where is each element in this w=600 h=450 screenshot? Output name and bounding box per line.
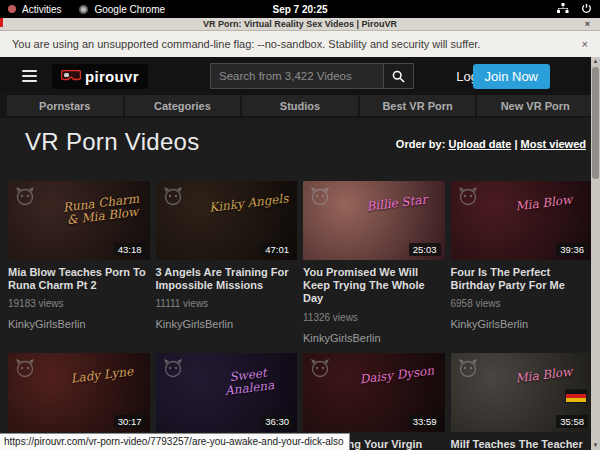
system-clock[interactable]: Sep 7 20:25: [0, 4, 600, 15]
thumbnail-overlay-title: Billie Star: [352, 192, 441, 215]
video-title-link[interactable]: Milf Teaches The Teacher Some Practical …: [451, 438, 593, 450]
order-by-label: Order by:: [396, 138, 446, 150]
nav-item-categories[interactable]: Categories: [125, 95, 241, 116]
scroll-up-icon[interactable]: ▲: [591, 57, 600, 65]
warning-close-icon[interactable]: ×: [582, 38, 588, 50]
search-bar: [210, 63, 414, 89]
thumbnail-overlay-title: Mia Blow: [500, 192, 589, 215]
video-grid: Runa Charm & Mia Blow 43:18 Mia Blow Tea…: [8, 181, 592, 450]
studio-cat-mask-icon: [163, 358, 183, 378]
thumbnail-overlay-title: Lady Lyne: [57, 363, 146, 386]
nav-item-new-vr-porn[interactable]: New VR Porn: [477, 95, 593, 116]
video-card: Billie Star 25:03 You Promised We Will K…: [303, 181, 445, 344]
join-now-button[interactable]: Join Now: [473, 64, 550, 89]
video-views: 11326 views: [303, 312, 445, 323]
thumbnail-overlay-title: Daisy Dyson: [352, 363, 441, 386]
order-most-viewed-link[interactable]: Most viewed: [521, 138, 586, 150]
video-thumbnail[interactable]: Daisy Dyson 33:59: [303, 353, 445, 432]
duration-badge: 36:30: [261, 415, 293, 428]
video-card: Mia Blow 39:36 Four Is The Perfect Birth…: [451, 181, 593, 344]
search-input[interactable]: [211, 64, 383, 88]
main-nav: PornstarsCategoriesStudiosBest VR PornNe…: [0, 95, 600, 118]
nav-item-studios[interactable]: Studios: [242, 95, 358, 116]
site-header: pirouvr Login Join Now: [0, 57, 600, 95]
video-thumbnail[interactable]: Lady Lyne 30:17: [8, 353, 150, 432]
chrome-warning-bar: You are using an unsupported command-lin…: [0, 31, 600, 57]
thumbnail-overlay-title: Kinky Angels: [205, 192, 294, 215]
browser-title-bar: VR Porn: Virtual Reality Sex Videos | Pi…: [0, 18, 600, 31]
scroll-down-icon[interactable]: ▼: [591, 441, 600, 449]
video-title-link[interactable]: Mia Blow Teaches Porn To Runa Charm Pt 2: [8, 266, 150, 292]
order-upload-date-link[interactable]: Upload date: [448, 138, 511, 150]
recording-dot: [0, 18, 3, 27]
video-thumbnail[interactable]: Sweet Analena 36:30: [156, 353, 298, 432]
video-thumbnail[interactable]: Mia Blow 39:36: [451, 181, 593, 260]
thumbnail-overlay-title: Mia Blow: [500, 363, 589, 386]
page-content: VR Porn Videos Order by: Upload date | M…: [0, 118, 600, 450]
germany-flag-icon: [565, 389, 587, 403]
logo-text: pirouvr: [85, 68, 139, 85]
video-studio-link[interactable]: KinkyGirlsBerlin: [8, 318, 150, 330]
video-views: 6958 views: [451, 298, 593, 309]
video-card: Runa Charm & Mia Blow 43:18 Mia Blow Tea…: [8, 181, 150, 344]
video-studio-link[interactable]: KinkyGirlsBerlin: [156, 318, 298, 330]
video-title-link[interactable]: Four Is The Perfect Birthday Party For M…: [451, 266, 593, 292]
hamburger-menu-icon[interactable]: [22, 70, 37, 82]
page-scrollbar[interactable]: ▲ ▼: [591, 57, 600, 450]
studio-cat-mask-icon: [458, 358, 478, 378]
search-icon: [392, 70, 405, 83]
network-icon[interactable]: [557, 3, 569, 16]
site-logo[interactable]: pirouvr: [52, 64, 148, 89]
duration-badge: 39:36: [556, 243, 588, 256]
nav-item-best-vr-porn[interactable]: Best VR Porn: [360, 95, 476, 116]
system-top-bar: Activities Google Chrome Sep 7 20:25: [0, 0, 600, 18]
video-card: Mia Blow 35:58 Milf Teaches The Teacher …: [451, 353, 593, 450]
studio-cat-mask-icon: [310, 358, 330, 378]
video-thumbnail[interactable]: Mia Blow 35:58: [451, 353, 593, 432]
thumbnail-overlay-title: Sweet Analena: [204, 363, 294, 399]
studio-cat-mask-icon: [458, 186, 478, 206]
video-title-link[interactable]: 3 Angels Are Training For Impossible Mis…: [156, 266, 298, 292]
studio-cat-mask-icon: [163, 186, 183, 206]
warning-text: You are using an unsupported command-lin…: [12, 38, 480, 50]
video-thumbnail[interactable]: Kinky Angels 47:01: [156, 181, 298, 260]
status-url-tooltip: https://pirouvr.com/vr-porn-video/779325…: [0, 433, 350, 450]
video-views: 11111 views: [156, 298, 298, 309]
duration-badge: 25:03: [409, 243, 441, 256]
studio-cat-mask-icon: [15, 358, 35, 378]
duration-badge: 30:17: [114, 415, 146, 428]
duration-badge: 35:58: [556, 415, 588, 428]
video-thumbnail[interactable]: Runa Charm & Mia Blow 43:18: [8, 181, 150, 260]
duration-badge: 43:18: [114, 243, 146, 256]
window-close-icon[interactable]: ×: [585, 19, 590, 29]
video-studio-link[interactable]: KinkyGirlsBerlin: [303, 332, 445, 344]
tab-title: VR Porn: Virtual Reality Sex Videos | Pi…: [203, 19, 397, 29]
scrollbar-thumb[interactable]: [592, 67, 599, 179]
duration-badge: 33:59: [409, 415, 441, 428]
studio-cat-mask-icon: [15, 186, 35, 206]
power-icon[interactable]: [581, 3, 592, 16]
nav-item-pornstars[interactable]: Pornstars: [7, 95, 123, 116]
studio-cat-mask-icon: [310, 186, 330, 206]
video-card: Kinky Angels 47:01 3 Angels Are Training…: [156, 181, 298, 344]
video-studio-link[interactable]: KinkyGirlsBerlin: [451, 318, 593, 330]
thumbnail-overlay-title: Runa Charm & Mia Blow: [57, 192, 147, 228]
video-views: 19183 views: [8, 298, 150, 309]
order-separator: |: [514, 138, 517, 150]
duration-badge: 47:01: [261, 243, 293, 256]
desktop-screen: Activities Google Chrome Sep 7 20:25 VR …: [0, 0, 600, 450]
search-button[interactable]: [383, 64, 413, 88]
vr-goggles-icon: [61, 70, 81, 83]
video-title-link[interactable]: You Promised We Will Keep Trying The Who…: [303, 266, 445, 306]
video-thumbnail[interactable]: Billie Star 25:03: [303, 181, 445, 260]
order-by: Order by: Upload date | Most viewed: [396, 138, 586, 150]
